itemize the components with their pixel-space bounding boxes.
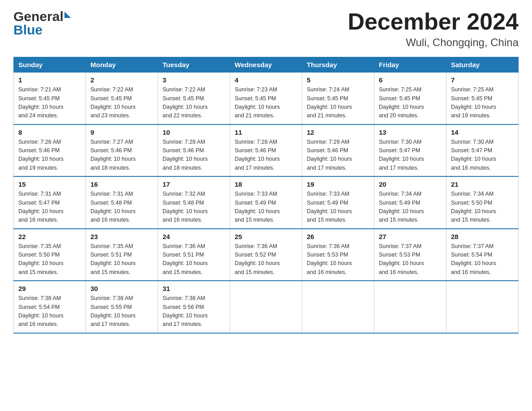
day-info: Sunrise: 7:22 AMSunset: 5:45 PMDaylight:… xyxy=(163,86,208,119)
month-title: December 2024 xyxy=(348,9,519,34)
header-sunday: Sunday xyxy=(14,57,86,73)
calendar-cell: 16 Sunrise: 7:31 AMSunset: 5:48 PMDaylig… xyxy=(86,176,158,229)
day-info: Sunrise: 7:31 AMSunset: 5:48 PMDaylight:… xyxy=(90,191,136,223)
calendar-cell: 24 Sunrise: 7:36 AMSunset: 5:51 PMDaylig… xyxy=(158,229,230,281)
calendar-cell: 7 Sunrise: 7:25 AMSunset: 5:45 PMDayligh… xyxy=(446,73,519,124)
day-info: Sunrise: 7:34 AMSunset: 5:49 PMDaylight:… xyxy=(379,191,424,223)
day-info: Sunrise: 7:26 AMSunset: 5:46 PMDaylight:… xyxy=(18,139,64,171)
day-info: Sunrise: 7:37 AMSunset: 5:54 PMDaylight:… xyxy=(451,243,496,275)
day-number: 29 xyxy=(18,285,81,292)
day-number: 25 xyxy=(235,233,297,240)
day-info: Sunrise: 7:24 AMSunset: 5:45 PMDaylight:… xyxy=(307,86,352,119)
calendar-table: SundayMondayTuesdayWednesdayThursdayFrid… xyxy=(13,57,519,334)
calendar-cell: 9 Sunrise: 7:27 AMSunset: 5:46 PMDayligh… xyxy=(86,124,158,177)
day-number: 10 xyxy=(163,128,225,136)
day-number: 31 xyxy=(163,285,225,292)
day-number: 8 xyxy=(18,128,81,136)
day-number: 14 xyxy=(451,128,514,136)
day-info: Sunrise: 7:29 AMSunset: 5:46 PMDaylight:… xyxy=(307,139,352,171)
day-info: Sunrise: 7:30 AMSunset: 5:47 PMDaylight:… xyxy=(379,139,424,171)
day-number: 28 xyxy=(451,233,514,240)
calendar-cell: 18 Sunrise: 7:33 AMSunset: 5:49 PMDaylig… xyxy=(230,176,302,229)
page-header: General Blue December 2024 Wuli, Chongqi… xyxy=(13,9,519,49)
calendar-cell: 19 Sunrise: 7:33 AMSunset: 5:49 PMDaylig… xyxy=(302,176,374,229)
calendar-cell xyxy=(446,281,519,333)
calendar-cell: 30 Sunrise: 7:38 AMSunset: 5:55 PMDaylig… xyxy=(86,281,158,333)
day-number: 19 xyxy=(307,180,369,188)
day-number: 7 xyxy=(451,76,514,84)
calendar-cell: 1 Sunrise: 7:21 AMSunset: 5:45 PMDayligh… xyxy=(14,73,86,124)
header-thursday: Thursday xyxy=(302,57,374,73)
logo-arrow-icon xyxy=(64,12,71,18)
day-number: 21 xyxy=(451,180,514,188)
calendar-cell: 22 Sunrise: 7:35 AMSunset: 5:50 PMDaylig… xyxy=(14,229,86,281)
calendar-cell: 5 Sunrise: 7:24 AMSunset: 5:45 PMDayligh… xyxy=(302,73,374,124)
calendar-week-row: 22 Sunrise: 7:35 AMSunset: 5:50 PMDaylig… xyxy=(14,229,519,281)
calendar-week-row: 1 Sunrise: 7:21 AMSunset: 5:45 PMDayligh… xyxy=(14,73,519,124)
day-number: 1 xyxy=(18,76,81,84)
location-title: Wuli, Chongqing, China xyxy=(348,36,519,49)
day-info: Sunrise: 7:38 AMSunset: 5:54 PMDaylight:… xyxy=(18,295,64,327)
day-number: 12 xyxy=(307,128,369,136)
day-info: Sunrise: 7:28 AMSunset: 5:46 PMDaylight:… xyxy=(235,139,280,171)
day-number: 6 xyxy=(379,76,442,84)
calendar-week-row: 8 Sunrise: 7:26 AMSunset: 5:46 PMDayligh… xyxy=(14,124,519,177)
calendar-cell: 10 Sunrise: 7:28 AMSunset: 5:46 PMDaylig… xyxy=(158,124,230,177)
calendar-cell: 20 Sunrise: 7:34 AMSunset: 5:49 PMDaylig… xyxy=(374,176,446,229)
day-number: 5 xyxy=(307,76,369,84)
day-info: Sunrise: 7:34 AMSunset: 5:50 PMDaylight:… xyxy=(451,191,496,223)
day-number: 30 xyxy=(90,285,153,292)
header-friday: Friday xyxy=(374,57,446,73)
calendar-cell: 11 Sunrise: 7:28 AMSunset: 5:46 PMDaylig… xyxy=(230,124,302,177)
calendar-cell: 17 Sunrise: 7:32 AMSunset: 5:48 PMDaylig… xyxy=(158,176,230,229)
calendar-cell: 13 Sunrise: 7:30 AMSunset: 5:47 PMDaylig… xyxy=(374,124,446,177)
logo-blue-text: Blue xyxy=(13,22,43,38)
day-number: 11 xyxy=(235,128,297,136)
calendar-cell xyxy=(230,281,302,333)
day-number: 16 xyxy=(90,180,153,188)
day-info: Sunrise: 7:22 AMSunset: 5:45 PMDaylight:… xyxy=(90,86,136,119)
calendar-cell: 25 Sunrise: 7:36 AMSunset: 5:52 PMDaylig… xyxy=(230,229,302,281)
day-info: Sunrise: 7:23 AMSunset: 5:45 PMDaylight:… xyxy=(235,86,280,119)
calendar-header-row: SundayMondayTuesdayWednesdayThursdayFrid… xyxy=(14,57,519,73)
day-info: Sunrise: 7:37 AMSunset: 5:53 PMDaylight:… xyxy=(379,243,424,275)
calendar-cell: 2 Sunrise: 7:22 AMSunset: 5:45 PMDayligh… xyxy=(86,73,158,124)
day-number: 17 xyxy=(163,180,225,188)
day-number: 24 xyxy=(163,233,225,240)
day-number: 23 xyxy=(90,233,153,240)
title-area: December 2024 Wuli, Chongqing, China xyxy=(348,9,519,49)
header-saturday: Saturday xyxy=(446,57,519,73)
calendar-cell: 26 Sunrise: 7:36 AMSunset: 5:53 PMDaylig… xyxy=(302,229,374,281)
calendar-cell: 15 Sunrise: 7:31 AMSunset: 5:47 PMDaylig… xyxy=(14,176,86,229)
day-info: Sunrise: 7:36 AMSunset: 5:53 PMDaylight:… xyxy=(307,243,352,275)
day-info: Sunrise: 7:25 AMSunset: 5:45 PMDaylight:… xyxy=(379,86,424,119)
day-number: 20 xyxy=(379,180,442,188)
day-info: Sunrise: 7:31 AMSunset: 5:47 PMDaylight:… xyxy=(18,191,64,223)
calendar-cell: 28 Sunrise: 7:37 AMSunset: 5:54 PMDaylig… xyxy=(446,229,519,281)
header-monday: Monday xyxy=(86,57,158,73)
calendar-cell: 21 Sunrise: 7:34 AMSunset: 5:50 PMDaylig… xyxy=(446,176,519,229)
calendar-cell: 27 Sunrise: 7:37 AMSunset: 5:53 PMDaylig… xyxy=(374,229,446,281)
day-number: 18 xyxy=(235,180,297,188)
day-info: Sunrise: 7:33 AMSunset: 5:49 PMDaylight:… xyxy=(235,191,280,223)
day-number: 26 xyxy=(307,233,369,240)
day-info: Sunrise: 7:21 AMSunset: 5:45 PMDaylight:… xyxy=(18,86,64,119)
day-number: 13 xyxy=(379,128,442,136)
day-info: Sunrise: 7:30 AMSunset: 5:47 PMDaylight:… xyxy=(451,139,496,171)
day-number: 9 xyxy=(90,128,153,136)
day-number: 15 xyxy=(18,180,81,188)
day-number: 22 xyxy=(18,233,81,240)
day-info: Sunrise: 7:35 AMSunset: 5:51 PMDaylight:… xyxy=(90,243,136,275)
day-info: Sunrise: 7:27 AMSunset: 5:46 PMDaylight:… xyxy=(90,139,136,171)
day-info: Sunrise: 7:36 AMSunset: 5:51 PMDaylight:… xyxy=(163,243,208,275)
header-tuesday: Tuesday xyxy=(158,57,230,73)
day-info: Sunrise: 7:25 AMSunset: 5:45 PMDaylight:… xyxy=(451,86,496,119)
calendar-cell: 8 Sunrise: 7:26 AMSunset: 5:46 PMDayligh… xyxy=(14,124,86,177)
calendar-week-row: 29 Sunrise: 7:38 AMSunset: 5:54 PMDaylig… xyxy=(14,281,519,333)
calendar-cell xyxy=(374,281,446,333)
day-number: 3 xyxy=(163,76,225,84)
day-number: 27 xyxy=(379,233,442,240)
logo-general-text: General xyxy=(13,9,64,24)
day-info: Sunrise: 7:33 AMSunset: 5:49 PMDaylight:… xyxy=(307,191,352,223)
day-info: Sunrise: 7:38 AMSunset: 5:55 PMDaylight:… xyxy=(90,295,136,327)
